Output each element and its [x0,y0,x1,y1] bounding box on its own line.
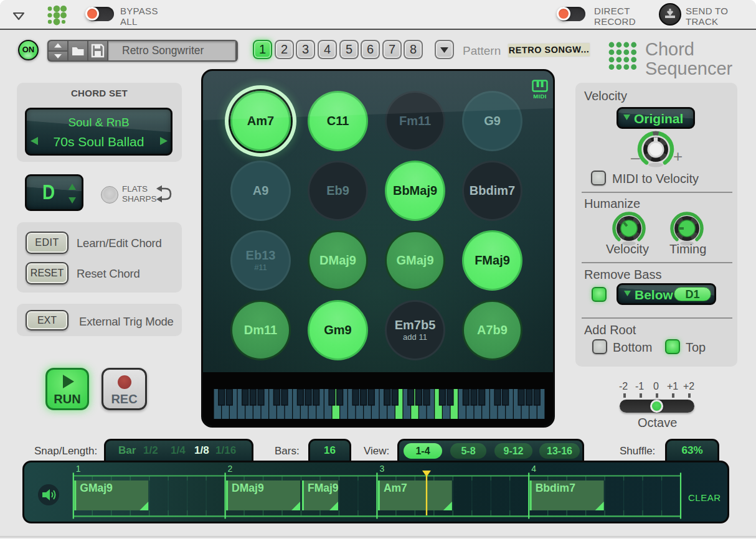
svg-text:Bbdim7: Bbdim7 [536,482,575,494]
svg-text:4: 4 [531,464,536,474]
svg-text:1: 1 [76,464,81,474]
svg-text:DMaj9: DMaj9 [232,482,264,494]
svg-text:MIDI: MIDI [533,93,547,100]
svg-text:2: 2 [228,464,233,474]
svg-text:Am7: Am7 [384,482,407,494]
svg-text:GMaj9: GMaj9 [80,482,113,494]
svg-text:FMaj9: FMaj9 [308,482,339,494]
svg-text:3: 3 [379,464,384,474]
